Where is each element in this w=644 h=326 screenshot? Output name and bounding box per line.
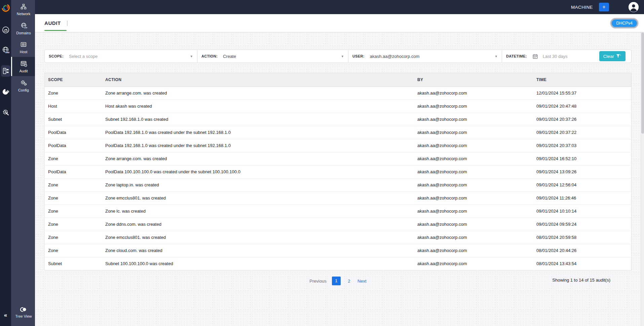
table-cell: 12/01/2024 15:55:37: [533, 86, 631, 100]
pagination: Previous 12 Next Showing 1 to 14 of 15 a…: [44, 276, 632, 286]
user-avatar[interactable]: [629, 2, 639, 12]
table-cell: 09/01/2024 20:47:48: [533, 100, 631, 113]
table-cell: Subnet: [45, 257, 102, 270]
table-cell: Zone emcclus801. was created: [102, 231, 414, 244]
user-filter[interactable]: USER: akash.aa@zohocorp.com ▾: [348, 50, 502, 63]
table-cell: Zone laptop.in. was created: [102, 178, 414, 191]
table-cell: 08/01/2024 13:43:54: [533, 257, 631, 270]
calendar-icon[interactable]: [532, 53, 538, 59]
ipam-icon[interactable]: [1, 65, 10, 77]
sidebar-item-label: Audit: [19, 69, 28, 73]
table-row: SubnetSubnet 100.100.100.0 was createdak…: [45, 257, 631, 270]
vertical-scrollbar[interactable]: [641, 14, 644, 326]
table-cell: Subnet: [45, 113, 102, 126]
table-cell: akash.aa@zohocorp.com: [414, 178, 533, 191]
action-filter[interactable]: ACTION: Create ▾: [197, 50, 348, 63]
sidebar-item-label: Config: [18, 88, 29, 92]
main-column: MACHINE + AUDIT DHCPv4 SCOPE:: [35, 0, 644, 326]
table-cell: akash.aa@zohocorp.com: [414, 152, 533, 165]
svg-text:x: x: [620, 54, 621, 56]
column-header: SCOPE: [45, 73, 102, 86]
table-cell: Zone lc. was created: [102, 205, 414, 218]
table-row: SubnetSubnet 192.168.1.0 was createdakas…: [45, 113, 631, 126]
sidebar-item-config[interactable]: Config: [11, 76, 35, 95]
table-cell: Host: [45, 100, 102, 113]
table-cell: Zone: [45, 218, 102, 231]
config-icon: [20, 79, 27, 86]
pagination-summary: Showing 1 to 14 of 15 audit(s): [552, 278, 610, 283]
table-cell: 09/01/2024 12:56:04: [533, 178, 631, 191]
table-cell: Zone: [45, 231, 102, 244]
pagination-pages: 12: [332, 277, 352, 285]
svg-text:DNS: DNS: [5, 51, 9, 53]
table-cell: PoolData 192.168.1.0 was created under t…: [102, 139, 414, 152]
sidebar-item-domains[interactable]: .com Domains: [11, 19, 35, 38]
scope-filter[interactable]: SCOPE: Select a scope ▾: [45, 50, 197, 63]
table-cell: akash.aa@zohocorp.com: [414, 113, 533, 126]
page-title: AUDIT: [44, 20, 61, 26]
table-cell: akash.aa@zohocorp.com: [414, 244, 533, 257]
pagination-previous[interactable]: Previous: [309, 279, 327, 284]
table-row: ZoneZone lc. was createdakash.aa@zohocor…: [45, 205, 631, 218]
tab-audit[interactable]: AUDIT: [44, 14, 61, 32]
table-cell: Zone emcclus801. was created: [102, 191, 414, 205]
clear-button-label: Clear: [603, 54, 614, 59]
pagination-page-2[interactable]: 2: [346, 279, 352, 284]
table-cell: PoolData: [45, 165, 102, 178]
table-cell: 09/01/2024 09:59:24: [533, 218, 631, 231]
settings-icon[interactable]: [1, 107, 10, 117]
table-row: PoolDataPoolData 192.168.1.0 was created…: [45, 126, 631, 139]
table-cell: Zone ddns.com. was created: [102, 218, 414, 231]
dashboard-icon[interactable]: [1, 25, 10, 35]
action-filter-label: ACTION:: [201, 54, 218, 58]
table-row: ZoneZone ddns.com. was createdakash.aa@z…: [45, 218, 631, 231]
dns-icon[interactable]: DNS: [1, 45, 10, 55]
table-cell: akash.aa@zohocorp.com: [414, 126, 533, 139]
sidebar-item-network[interactable]: Network: [11, 0, 35, 19]
chevron-down-icon[interactable]: ▾: [495, 54, 498, 59]
table-cell: 09/01/2024 11:26:46: [533, 191, 631, 205]
table-row: PoolDataPoolData 192.168.1.0 was created…: [45, 139, 631, 152]
app-root: DNS « Network .com Domains: [0, 0, 644, 326]
table-row: ZoneZone laptop.in. was createdakash.aa@…: [45, 178, 631, 191]
table-row: PoolDataPoolData 100.100.100.0 was creat…: [45, 165, 631, 178]
analytics-icon[interactable]: [1, 87, 10, 97]
topbar: MACHINE +: [35, 0, 644, 14]
sidebar-item-audit[interactable]: Audit: [11, 57, 35, 76]
scope-filter-label: SCOPE:: [49, 54, 64, 58]
table-cell: Subnet 192.168.1.0 was created: [102, 113, 414, 126]
chevron-down-icon[interactable]: ▾: [190, 54, 193, 59]
scope-filter-placeholder: Select a scope: [69, 54, 98, 59]
table-cell: akash.aa@zohocorp.com: [414, 218, 533, 231]
page-header: AUDIT DHCPv4: [35, 14, 644, 32]
column-header: ACTION: [102, 73, 414, 86]
filter-clear-icon: x: [616, 54, 621, 59]
scrollbar-thumb[interactable]: [641, 33, 644, 134]
clear-filters-button[interactable]: Clear x: [599, 51, 626, 61]
table-cell: akash.aa@zohocorp.com: [414, 205, 533, 218]
sidebar-item-label: Network: [17, 12, 30, 16]
pagination-next[interactable]: Next: [357, 279, 367, 284]
table-cell: 09/01/2024 20:37:03: [533, 139, 631, 152]
table-row: ZoneZone emcclus801. was createdakash.aa…: [45, 231, 631, 244]
sidebar-item-label: Host: [20, 50, 28, 54]
sidebar-item-host[interactable]: Host: [11, 38, 35, 57]
datetime-filter[interactable]: DATETIME: Last 30 days Clear x: [502, 50, 631, 63]
tab-divider: [67, 21, 68, 26]
table-row: ZoneZone arrange.com. was createdakash.a…: [45, 86, 631, 100]
table-cell: Subnet 100.100.100.0 was created: [102, 257, 414, 270]
left-rail: DNS «: [0, 0, 11, 326]
collapse-sidebar-button[interactable]: «: [0, 312, 11, 319]
pagination-page-1[interactable]: 1: [332, 277, 341, 285]
product-logo-icon[interactable]: [1, 3, 11, 13]
protocol-badge[interactable]: DHCPv4: [611, 19, 638, 28]
domains-icon: .com: [20, 22, 27, 29]
sidebar-item-tree-view[interactable]: Tree View: [11, 303, 35, 321]
table-cell: akash.aa@zohocorp.com: [414, 139, 533, 152]
table-cell: Host akash was created: [102, 100, 414, 113]
column-header: BY: [414, 73, 533, 86]
table-row: HostHost akash was createdakash.aa@zohoc…: [45, 100, 631, 113]
add-button[interactable]: +: [599, 3, 609, 11]
table-row: ZoneZone cloud.com. was createdakash.aa@…: [45, 244, 631, 257]
chevron-down-icon[interactable]: ▾: [341, 54, 344, 59]
